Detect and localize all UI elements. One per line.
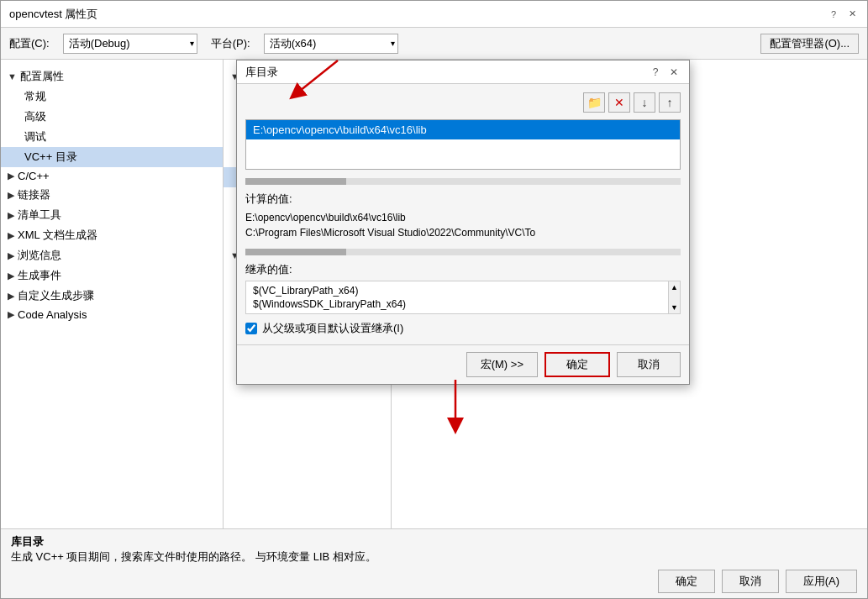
dialog-help-btn[interactable]: ? xyxy=(649,66,662,79)
dialog-down-btn[interactable]: ↓ xyxy=(634,92,655,113)
sidebar-item-vcpp[interactable]: VC++ 目录 xyxy=(1,147,223,167)
bottom-cancel-button[interactable]: 取消 xyxy=(722,570,779,593)
dialog-inherit-checkbox[interactable] xyxy=(245,323,257,334)
dialog-list-scrollbar[interactable] xyxy=(245,178,681,185)
bottom-buttons: 确定 取消 应用(A) xyxy=(11,570,857,593)
dialog-title-bar: 库目录 ? ✕ xyxy=(237,60,689,84)
dialog-computed-scrollbar[interactable] xyxy=(245,249,681,255)
sidebar-section-browse-label: 浏览信息 xyxy=(18,248,61,263)
sidebar: ▼ 配置属性 常规 高级 调试 VC++ 目录 ▶ C/C++ ▶ 链接器 ▶ … xyxy=(1,60,224,528)
bottom-description: 库目录 生成 VC++ 项目期间，搜索库文件时使用的路径。 与环境变量 LIB … xyxy=(11,534,857,565)
title-bar: opencvtest 属性页 ? ✕ xyxy=(1,1,867,28)
sidebar-section-custom[interactable]: ▶ 自定义生成步骤 xyxy=(1,286,223,306)
config-select[interactable]: 活动(Debug) xyxy=(63,34,197,54)
dialog-title-controls: ? ✕ xyxy=(649,66,681,79)
dialog-scroll-thumb xyxy=(245,178,346,185)
sidebar-section-custom-label: 自定义生成步骤 xyxy=(18,288,94,303)
dialog-inherited: 继承的值: $(VC_LibraryPath_x64) $(WindowsSDK… xyxy=(245,262,681,314)
dialog-computed-value-0: E:\opencv\opencv\build\x64\vc16\lib xyxy=(245,210,681,225)
expand-icon-build: ▶ xyxy=(8,271,14,281)
dialog-checkbox-row: 从父级或项目默认设置继承(I) xyxy=(245,321,681,336)
dialog-footer: 宏(M) >> 确定 取消 xyxy=(237,344,689,384)
dialog-delete-btn[interactable]: ✕ xyxy=(608,92,630,113)
dialog-cancel-btn[interactable]: 取消 xyxy=(617,352,681,377)
dialog-title: 库目录 xyxy=(245,65,278,80)
platform-select-wrapper: 活动(x64) xyxy=(264,34,398,54)
bottom-ok-button[interactable]: 确定 xyxy=(658,570,715,593)
config-select-wrapper: 活动(Debug) xyxy=(63,34,197,54)
dialog-inherited-title: 继承的值: xyxy=(245,262,681,277)
sidebar-section-build-events[interactable]: ▶ 生成事件 xyxy=(1,265,223,286)
dialog-computed-scroll-thumb xyxy=(245,249,346,255)
expand-icon-browse: ▶ xyxy=(8,250,14,261)
bottom-description-text: 生成 VC++ 项目期间，搜索库文件时使用的路径。 与环境变量 LIB 相对应。 xyxy=(11,550,376,563)
sidebar-section-build-label: 生成事件 xyxy=(18,268,61,283)
sidebar-section-browse[interactable]: ▶ 浏览信息 xyxy=(1,245,223,265)
dialog-checkbox-label: 从父级或项目默认设置继承(I) xyxy=(262,321,403,336)
main-window: opencvtest 属性页 ? ✕ 配置(C): 活动(Debug) 平台(P… xyxy=(0,0,868,599)
dialog-toolbar: 📁 ✕ ↓ ↑ xyxy=(245,92,681,113)
dialog-list-item-0[interactable]: E:\opencv\opencv\build\x64\vc16\lib xyxy=(246,120,680,139)
sidebar-section-manifest-label: 清单工具 xyxy=(18,208,61,223)
platform-select[interactable]: 活动(x64) xyxy=(264,34,398,54)
sidebar-section-code-analysis[interactable]: ▶ Code Analysis xyxy=(1,306,223,323)
bottom-apply-button[interactable]: 应用(A) xyxy=(786,570,857,593)
expand-icon-code: ▶ xyxy=(8,309,14,320)
sidebar-item-general[interactable]: 常规 xyxy=(1,87,223,107)
config-label: 配置(C): xyxy=(9,36,50,51)
dialog-inherited-values: $(VC_LibraryPath_x64) $(WindowsSDK_Libra… xyxy=(245,281,681,314)
dialog-list: E:\opencv\opencv\build\x64\vc16\lib xyxy=(245,119,681,170)
window-title: opencvtest 属性页 xyxy=(9,7,98,22)
dialog-macro-btn[interactable]: 宏(M) >> xyxy=(466,352,538,377)
config-bar: 配置(C): 活动(Debug) 平台(P): 活动(x64) 配置管理器(O)… xyxy=(1,28,867,60)
sidebar-section-manifest[interactable]: ▶ 清单工具 xyxy=(1,205,223,225)
dialog-ok-btn[interactable]: 确定 xyxy=(544,352,610,377)
dialog-inherited-scrollbar[interactable]: ▲ ▼ xyxy=(668,281,680,313)
library-dialog: 库目录 ? ✕ 📁 ✕ ↓ ↑ E:\opencv\opencv\build\x… xyxy=(236,60,690,385)
dialog-up-btn[interactable]: ↑ xyxy=(659,92,681,113)
sidebar-section-linker-label: 链接器 xyxy=(18,187,50,202)
sidebar-section-cpp-label: C/C++ xyxy=(18,170,50,182)
help-button[interactable]: ? xyxy=(827,8,840,21)
sidebar-section-xml[interactable]: ▶ XML 文档生成器 xyxy=(1,225,223,245)
dialog-inherited-value-0: $(VC_LibraryPath_x64) xyxy=(253,285,673,297)
expand-icon-xml: ▶ xyxy=(8,230,14,241)
expand-icon-custom: ▶ xyxy=(8,291,14,302)
sidebar-section-cpp[interactable]: ▶ C/C++ xyxy=(1,167,223,185)
dialog-computed-title: 计算的值: xyxy=(245,192,681,207)
dialog-computed-value-1: C:\Program Files\Microsoft Visual Studio… xyxy=(245,225,681,240)
dialog-close-btn[interactable]: ✕ xyxy=(667,66,681,79)
sidebar-item-advanced[interactable]: 高级 xyxy=(1,107,223,127)
scroll-up-arrow[interactable]: ▲ xyxy=(671,283,678,292)
close-button[interactable]: ✕ xyxy=(845,8,859,21)
sidebar-section-xml-label: XML 文档生成器 xyxy=(18,228,97,243)
platform-label: 平台(P): xyxy=(211,36,250,51)
sidebar-section-config[interactable]: ▼ 配置属性 xyxy=(1,66,223,87)
expand-icon-cpp: ▶ xyxy=(8,171,14,181)
expand-icon-linker: ▶ xyxy=(8,190,14,201)
expand-icon-config: ▼ xyxy=(8,71,17,81)
scroll-down-arrow[interactable]: ▼ xyxy=(671,303,678,312)
title-bar-controls: ? ✕ xyxy=(827,8,859,21)
dialog-computed: 计算的值: E:\opencv\opencv\build\x64\vc16\li… xyxy=(245,192,681,240)
dialog-body: 📁 ✕ ↓ ↑ E:\opencv\opencv\build\x64\vc16\… xyxy=(237,84,689,344)
sidebar-section-linker[interactable]: ▶ 链接器 xyxy=(1,185,223,205)
expand-icon-manifest: ▶ xyxy=(8,210,14,221)
sidebar-section-config-label: 配置属性 xyxy=(20,69,64,84)
sidebar-item-debug[interactable]: 调试 xyxy=(1,127,223,147)
bottom-bar: 库目录 生成 VC++ 项目期间，搜索库文件时使用的路径。 与环境变量 LIB … xyxy=(1,528,867,598)
sidebar-section-code-label: Code Analysis xyxy=(18,308,87,321)
bottom-section-title: 库目录 xyxy=(11,535,44,548)
dialog-inherited-value-1: $(WindowsSDK_LibraryPath_x64) xyxy=(253,298,673,310)
dialog-folder-btn[interactable]: 📁 xyxy=(583,92,605,113)
config-manager-button[interactable]: 配置管理器(O)... xyxy=(760,34,859,54)
